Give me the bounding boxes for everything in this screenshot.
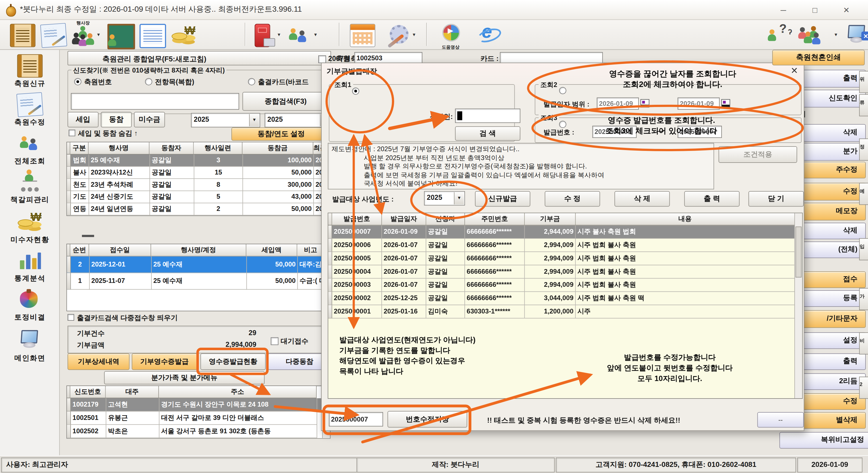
- column-header[interactable]: 내용: [576, 213, 795, 226]
- column-header[interactable]: 비고: [297, 244, 324, 257]
- table-row[interactable]: 1002179고석현경기도 수원시 장안구 이목로 24 108: [67, 398, 330, 412]
- toolbar-button-pc[interactable]: ✕: [843, 22, 868, 48]
- sidebar-item-전체조회[interactable]: 전체조회: [0, 132, 60, 169]
- dropdown-arrow-icon[interactable]: ▼: [96, 32, 101, 37]
- table-row[interactable]: 1002501유봉근대전 서구 갈마로 39 디안 더블래스: [67, 412, 330, 425]
- radio-chukwon-number[interactable]: [74, 78, 82, 85]
- wait-receipt-checkbox[interactable]: [271, 337, 279, 345]
- chukwon-print-button[interactable]: 축원쳔혼인쇄: [772, 50, 865, 65]
- action-button-기부상세내역[interactable]: 기부상세내역: [67, 354, 129, 370]
- toolbar-button-event-people[interactable]: 행사장: [70, 22, 96, 48]
- dialog-button-닫기[interactable]: 닫 기: [749, 191, 804, 207]
- right-panel-button-출력[interactable]: 출력: [795, 354, 866, 370]
- table-row[interactable]: 20250000042026-01-07공갈일66666666******2,9…: [328, 265, 802, 279]
- issue-date-to-input[interactable]: [678, 97, 719, 110]
- table-row[interactable]: 20250000022025-12-25공갈일66666666******3,0…: [328, 292, 802, 305]
- query2-radio[interactable]: [559, 87, 566, 94]
- table-row[interactable]: 불사2023약사12신공갈일1550,0002025-1: [67, 167, 331, 179]
- sidebar-item-토정비결[interactable]: 토정비결: [0, 288, 60, 325]
- right-panel-button-수정[interactable]: 수정: [795, 393, 866, 410]
- table-row[interactable]: 1002502박초은서울 강서구 등촌로 91 302호 (등촌동: [67, 425, 330, 438]
- clipped-button-fragment[interactable]: 비: [859, 332, 868, 355]
- toolbar-button-pq[interactable]: [766, 22, 792, 48]
- applicant-search-button[interactable]: 검 색: [455, 126, 520, 141]
- column-header[interactable]: 행사일련: [194, 142, 243, 154]
- column-header[interactable]: 주민번호: [465, 213, 525, 226]
- table-row[interactable]: 20250000032026-01-07공갈일66666666******2,9…: [328, 278, 802, 292]
- sidebar-item-미수자현황[interactable]: 미수자현황: [0, 210, 60, 247]
- column-header[interactable]: 대주: [106, 386, 159, 398]
- calendar-picker-icon[interactable]: [721, 99, 730, 108]
- hide-income-checkbox[interactable]: [69, 129, 75, 136]
- table-row[interactable]: 법회25 예수재공갈일3100,0002025-1: [67, 154, 331, 167]
- sidebar-item-메인화면[interactable]: 메인화면: [0, 329, 60, 366]
- row-gutter-header[interactable]: [67, 244, 70, 257]
- clipped-button-fragment[interactable]: 2: [859, 377, 868, 399]
- table-row[interactable]: 연등24년 일년연등공갈일250,0002025-1: [67, 203, 331, 215]
- action-button-기부영수증발급[interactable]: 기부영수증발급: [132, 354, 197, 370]
- column-header[interactable]: 순번: [70, 244, 89, 257]
- chevron-down-icon[interactable]: ▼: [249, 114, 259, 126]
- column-header[interactable]: 행사명: [89, 142, 149, 154]
- column-header[interactable]: 동참자: [149, 142, 194, 154]
- issue-date-from-input[interactable]: [597, 97, 639, 110]
- toolbar-button-scroll[interactable]: [9, 22, 36, 48]
- minimize-icon[interactable]: ─: [774, 3, 793, 17]
- type2007-checkbox[interactable]: [318, 55, 326, 63]
- sidebar-item-통계분석[interactable]: 통계분석: [0, 249, 60, 286]
- clipped-button-fragment[interactable]: 입: [859, 238, 868, 260]
- toolbar-button-ledger[interactable]: [138, 22, 165, 48]
- column-header[interactable]: 신청자: [426, 213, 465, 226]
- receipt-number-input[interactable]: [329, 412, 383, 426]
- dropdown-arrow-icon[interactable]: ▼: [412, 32, 416, 37]
- vertical-scrollbar[interactable]: [795, 213, 802, 398]
- combined-search-button[interactable]: 종합검색(F3): [243, 92, 329, 111]
- table-row[interactable]: 22025-12-0125 예수재50,000대주:김미: [67, 257, 331, 273]
- row-gutter-header[interactable]: [328, 213, 332, 226]
- column-header[interactable]: 기부금: [525, 213, 576, 226]
- column-header[interactable]: 동참금: [243, 142, 313, 154]
- toolbar-button-mail[interactable]: [250, 22, 277, 48]
- splitter-handle[interactable]: [82, 235, 94, 237]
- filter-button-미수금[interactable]: 미수금: [134, 112, 165, 127]
- close-icon[interactable]: ✕: [837, 3, 856, 17]
- year-from-combo[interactable]: 2025▼: [191, 113, 260, 127]
- table-row[interactable]: 기도24년 신중기도공갈일543,0002025-1: [67, 191, 331, 203]
- applicant-input[interactable]: [455, 109, 520, 123]
- table-row[interactable]: 20250000012025-01-16김미숙630303-1******1,2…: [328, 305, 802, 319]
- maximize-icon[interactable]: □: [806, 3, 825, 17]
- toolbar-button-people-group[interactable]: [796, 22, 823, 48]
- column-header[interactable]: 세입액: [246, 244, 297, 257]
- toolbar-button-ie[interactable]: [475, 22, 502, 48]
- row-gutter-header[interactable]: [67, 386, 70, 398]
- issue-number-to-input[interactable]: [678, 126, 722, 138]
- column-header[interactable]: 행사명/계정: [151, 244, 246, 257]
- dialog-button-삭제[interactable]: 삭 제: [614, 191, 670, 207]
- chevron-down-icon[interactable]: ▼: [454, 192, 464, 205]
- row-gutter-header[interactable]: [67, 142, 70, 154]
- filter-button-동참[interactable]: 동참: [101, 112, 132, 127]
- toolbar-button-cal[interactable]: [349, 22, 375, 48]
- dialog-button-수정[interactable]: 수 정: [545, 191, 600, 207]
- toolbar-button-tools[interactable]: [384, 22, 411, 48]
- action-button-영수증발급현황[interactable]: 영수증발급현황: [200, 354, 266, 370]
- sidebar-item-축원수정[interactable]: 축원수정: [0, 93, 60, 130]
- column-header[interactable]: 구분: [70, 142, 89, 154]
- dash-button[interactable]: --: [757, 412, 804, 428]
- issue-number-from-input[interactable]: [592, 126, 637, 138]
- clipped-button-fragment[interactable]: 가: [859, 288, 868, 310]
- dialog-button-신규발급[interactable]: 신규발급: [475, 191, 530, 207]
- target-year-combo[interactable]: 2025 ▼: [424, 191, 465, 206]
- radio-attendance-card[interactable]: [248, 78, 255, 85]
- clipped-button-fragment[interactable]: 예: [859, 183, 868, 205]
- toolbar-button-edit[interactable]: [40, 22, 66, 48]
- query1-radio[interactable]: [352, 88, 360, 95]
- column-header[interactable]: 주소: [159, 386, 317, 398]
- right-panel-button-복위비고설정[interactable]: 복위비고설정: [779, 432, 868, 449]
- clipped-button-fragment[interactable]: 류: [859, 94, 868, 116]
- table-row[interactable]: 천도23년 추석차례공갈일8300,0002025-1: [67, 179, 331, 191]
- dropdown-arrow-icon[interactable]: ▼: [277, 32, 281, 37]
- apply-condition-button[interactable]: 조건적용: [719, 146, 797, 163]
- number-save-button[interactable]: 번호수정저장: [388, 411, 467, 428]
- search-input[interactable]: [71, 93, 239, 110]
